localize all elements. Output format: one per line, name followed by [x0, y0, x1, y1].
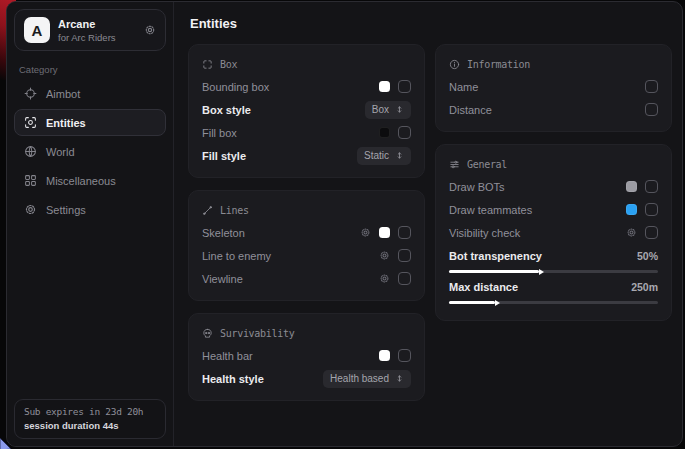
- health-style-dropdown[interactable]: Health based: [323, 370, 411, 388]
- max-distance-label: Max distance: [449, 281, 518, 293]
- subscription-card: Sub expires in 23d 20h session duration …: [14, 399, 166, 439]
- visibility-check-label: Visibility check: [449, 227, 520, 239]
- sidebar-item-aimbot[interactable]: Aimbot: [14, 80, 166, 107]
- panel-title: Survivability: [220, 328, 294, 339]
- panel-information-header: Information: [449, 54, 658, 74]
- bounding-box-label: Bounding box: [202, 81, 269, 93]
- health-style-value: Health based: [330, 373, 389, 384]
- settings-gear-icon[interactable]: [144, 24, 156, 36]
- fill-box-color-swatch[interactable]: [379, 127, 390, 138]
- skull-icon: [202, 328, 213, 339]
- fill-style-dropdown[interactable]: Static: [357, 147, 411, 165]
- row-distance: Distance: [449, 99, 658, 120]
- row-draw-teammates: Draw teammates: [449, 199, 658, 220]
- sidebar-item-miscellaneous[interactable]: Miscellaneous: [14, 167, 166, 194]
- sidebar-item-label: Settings: [46, 204, 86, 216]
- box-style-dropdown[interactable]: Box: [365, 101, 411, 119]
- fill-box-checkbox[interactable]: [398, 126, 411, 139]
- health-bar-checkbox[interactable]: [398, 349, 411, 362]
- fill-style-value: Static: [364, 150, 389, 161]
- viewline-gear-icon[interactable]: [379, 273, 390, 284]
- sidebar-item-entities[interactable]: Entities: [14, 109, 166, 136]
- app-window: A Arcane for Arc Riders Category AimbotE…: [6, 1, 683, 447]
- page-title: Entities: [190, 16, 669, 31]
- row-box-style: Box styleBox: [202, 99, 411, 120]
- row-skeleton: Skeleton: [202, 222, 411, 243]
- fill-box-label: Fill box: [202, 127, 237, 139]
- draw-teammates-color-swatch[interactable]: [626, 204, 637, 215]
- panel-title: General: [467, 159, 507, 170]
- row-health-style: Health styleHealth based: [202, 368, 411, 389]
- brand-text: Arcane for Arc Riders: [58, 18, 132, 43]
- row-name: Name: [449, 76, 658, 97]
- bot-transpenency-value: 50%: [637, 250, 658, 262]
- row-fill-box: Fill box: [202, 122, 411, 143]
- line-to-enemy-checkbox[interactable]: [398, 249, 411, 262]
- panel-survivability: SurvivabilityHealth barHealth styleHealt…: [188, 313, 425, 401]
- row-line-to-enemy: Line to enemy: [202, 245, 411, 266]
- draw-bots-color-swatch[interactable]: [626, 181, 637, 192]
- fill-style-label: Fill style: [202, 150, 246, 162]
- name-checkbox[interactable]: [645, 80, 658, 93]
- brand-logo: A: [24, 17, 50, 43]
- panel-columns: BoxBounding boxBox styleBoxFill boxFill …: [188, 44, 669, 401]
- draw-bots-checkbox[interactable]: [645, 180, 658, 193]
- draw-teammates-checkbox[interactable]: [645, 203, 658, 216]
- panel-box: BoxBounding boxBox styleBoxFill boxFill …: [188, 44, 425, 178]
- distance-checkbox[interactable]: [645, 103, 658, 116]
- skeleton-checkbox[interactable]: [398, 226, 411, 239]
- panel-title: Box: [220, 59, 237, 70]
- row-fill-style: Fill styleStatic: [202, 145, 411, 166]
- viewline-controls: [379, 272, 411, 285]
- panel-column-1: BoxBounding boxBox styleBoxFill boxFill …: [188, 44, 425, 401]
- name-label: Name: [449, 81, 478, 93]
- bot-transpenency-slider[interactable]: [449, 270, 658, 273]
- sidebar-nav: AimbotEntitiesWorldMiscellaneousSettings: [14, 80, 166, 223]
- sidebar-item-world[interactable]: World: [14, 138, 166, 165]
- panel-general-header: General: [449, 154, 658, 174]
- panel-survivability-header: Survivability: [202, 323, 411, 343]
- brand-card: A Arcane for Arc Riders: [14, 9, 166, 51]
- bounding-box-checkbox[interactable]: [398, 80, 411, 93]
- health-bar-label: Health bar: [202, 350, 253, 362]
- max-distance-slider-thumb[interactable]: [495, 300, 500, 306]
- health-bar-color-swatch[interactable]: [379, 350, 390, 361]
- brand-subtitle: for Arc Riders: [58, 32, 132, 43]
- panel-information: InformationNameDistance: [435, 44, 672, 132]
- scan-icon: [24, 116, 37, 129]
- max-distance-slider[interactable]: [449, 301, 658, 304]
- sidebar-item-settings[interactable]: Settings: [14, 196, 166, 223]
- viewline-checkbox[interactable]: [398, 272, 411, 285]
- box-style-updown-icon: [395, 105, 404, 114]
- sidebar-item-label: Aimbot: [46, 88, 80, 100]
- health-style-updown-icon: [395, 374, 404, 383]
- line-to-enemy-gear-icon[interactable]: [379, 250, 390, 261]
- draw-teammates-controls: [626, 203, 658, 216]
- visibility-check-gear-icon[interactable]: [626, 227, 637, 238]
- health-style-label: Health style: [202, 373, 264, 385]
- skeleton-gear-icon[interactable]: [360, 227, 371, 238]
- mouse-cursor: [0, 438, 14, 449]
- bounding-box-color-swatch[interactable]: [379, 81, 390, 92]
- row-health-bar: Health bar: [202, 345, 411, 366]
- skeleton-controls: [360, 226, 411, 239]
- sliders-icon: [449, 159, 460, 170]
- fill-style-updown-icon: [395, 151, 404, 160]
- row-draw-bots: Draw BOTs: [449, 176, 658, 197]
- box-style-label: Box style: [202, 104, 251, 116]
- main-content: Entities BoxBounding boxBox styleBoxFill…: [174, 2, 682, 446]
- visibility-check-checkbox[interactable]: [645, 226, 658, 239]
- line-to-enemy-controls: [379, 249, 411, 262]
- skeleton-color-swatch[interactable]: [379, 227, 390, 238]
- box-style-value: Box: [372, 104, 389, 115]
- draw-teammates-label: Draw teammates: [449, 204, 532, 216]
- bounding-box-controls: [379, 80, 411, 93]
- sidebar-item-label: World: [46, 146, 75, 158]
- panel-lines-header: Lines: [202, 200, 411, 220]
- bot-transpenency-label: Bot transpenency: [449, 250, 542, 262]
- brand-title: Arcane: [58, 18, 132, 30]
- panel-title: Lines: [220, 205, 249, 216]
- bot-transpenency-slider-thumb[interactable]: [539, 269, 544, 275]
- row-max-distance: Max distance250m: [449, 278, 658, 304]
- panel-title: Information: [467, 59, 530, 70]
